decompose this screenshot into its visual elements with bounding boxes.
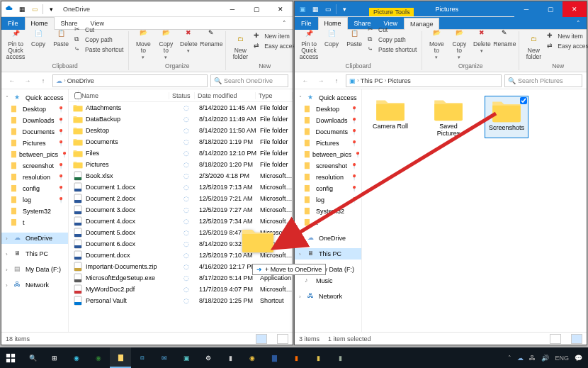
system-tray[interactable]: ˄ ☁ 🖧 🔊 ENG 💬 xyxy=(508,355,588,362)
nav-up[interactable]: ↑ xyxy=(37,74,50,87)
terminal-icon[interactable]: ▮ xyxy=(220,347,241,368)
easy-access-button[interactable]: ⇄Easy access xyxy=(251,41,300,51)
nav-music[interactable]: ♪Music xyxy=(295,275,361,286)
nav-back[interactable]: ← xyxy=(6,74,18,87)
nav-item-documents[interactable]: ▇Documents📍 xyxy=(1,126,68,138)
qat-newfolder-icon[interactable]: ▭ xyxy=(323,4,333,14)
mail-icon[interactable]: ✉ xyxy=(154,347,175,368)
rename-button[interactable]: ✎Rename xyxy=(200,25,222,49)
word-icon[interactable]: ▇ xyxy=(264,347,285,368)
tray-chevron-icon[interactable]: ˄ xyxy=(508,355,511,362)
nav-quick-access[interactable]: ˅★Quick access xyxy=(295,92,361,104)
qat-dropdown-icon[interactable]: ▾ xyxy=(46,4,56,14)
search-input[interactable]: 🔍 Search Pictures xyxy=(504,74,582,87)
nav-item-t[interactable]: ▇t xyxy=(295,217,361,228)
nav-item-desktop[interactable]: ▇Desktop📍 xyxy=(295,104,361,115)
copy-to-button[interactable]: 📂Copy to xyxy=(448,25,470,62)
rename-button[interactable]: ✎Rename xyxy=(493,25,516,49)
taskview-button[interactable]: ⊞ xyxy=(44,347,65,368)
nav-item-screenshot[interactable]: ▇screenshot📍 xyxy=(295,160,361,172)
item-checkbox[interactable] xyxy=(520,97,527,104)
qat-properties-icon[interactable]: ▦ xyxy=(17,4,27,14)
file-row[interactable]: Documents ◌ 8/18/2020 1:19 PM File folde… xyxy=(69,136,293,147)
file-row[interactable]: Document.docx ◌ 12/5/2019 7:10 AM Micros… xyxy=(69,250,293,261)
file-row[interactable]: Document 3.docx ◌ 12/5/2019 7:27 AM Micr… xyxy=(69,204,293,216)
new-folder-button[interactable]: 🗀New folder xyxy=(522,31,545,62)
file-row[interactable]: Document 1.docx ◌ 12/5/2019 7:13 AM Micr… xyxy=(69,182,293,193)
nav-item-resolution[interactable]: ▇resolution📍 xyxy=(1,172,68,183)
tab-view[interactable]: View xyxy=(84,17,111,30)
file-row[interactable]: Attachments ◌ 8/14/2020 11:45 AM File fo… xyxy=(69,102,293,113)
minimize-button[interactable]: ─ xyxy=(514,1,538,17)
new-folder-button[interactable]: 🗀New folder xyxy=(229,31,251,62)
copy-path-button[interactable]: ⧉Copy path xyxy=(366,35,419,45)
tray-volume-icon[interactable]: 🔊 xyxy=(541,355,549,362)
file-row[interactable]: Personal Vault ◌ 8/18/2020 1:25 PM Short… xyxy=(69,295,293,306)
file-explorer-icon[interactable]: ▇ xyxy=(110,347,131,368)
nav-item-log[interactable]: ▇log📍 xyxy=(295,194,361,206)
chrome-icon[interactable]: ◉ xyxy=(242,347,263,368)
nav-item-between_pics[interactable]: ▇between_pics📍 xyxy=(1,149,68,160)
view-icons-button[interactable] xyxy=(571,334,582,344)
file-row[interactable]: MyWordDoc2.pdf ◌ 11/7/2019 4:07 PM Micro… xyxy=(69,284,293,295)
file-row[interactable]: DataBackup ◌ 8/14/2020 11:49 AM File fol… xyxy=(69,113,293,125)
ribbon-collapse[interactable]: ˄ xyxy=(276,17,293,30)
nav-fwd[interactable]: → xyxy=(315,74,327,87)
tray-network-icon[interactable]: 🖧 xyxy=(529,355,536,362)
tab-share[interactable]: Share xyxy=(55,17,84,30)
maximize-button[interactable]: ▢ xyxy=(538,1,562,17)
tab-file[interactable]: File xyxy=(1,17,25,30)
paste-shortcut-button[interactable]: ⤷Paste shortcut xyxy=(72,45,125,55)
tray-onedrive-icon[interactable]: ☁ xyxy=(517,355,524,362)
nav-this-pc[interactable]: ›🖥This PC xyxy=(1,248,68,260)
nav-item-downloads[interactable]: ▇Downloads📍 xyxy=(295,115,361,126)
column-headers[interactable]: Name Status Date modified Type xyxy=(69,89,293,102)
nav-item-t[interactable]: ▇t xyxy=(1,217,68,228)
tab-file[interactable]: File xyxy=(295,17,318,30)
nav-item-pictures[interactable]: ▇Pictures📍 xyxy=(1,138,68,149)
tab-share[interactable]: Share xyxy=(348,17,378,30)
qat-dropdown-icon[interactable]: ▾ xyxy=(339,4,349,14)
tab-home[interactable]: Home xyxy=(25,17,55,30)
delete-button[interactable]: ✖Delete xyxy=(177,25,200,55)
qat-newfolder-icon[interactable]: ▭ xyxy=(30,4,40,14)
tab-home[interactable]: Home xyxy=(318,17,348,30)
nav-item-system32[interactable]: ▇System32 xyxy=(295,206,361,217)
new-item-button[interactable]: ✚New item xyxy=(545,31,588,41)
nav-mydata[interactable]: ›▤My Data (F:) xyxy=(1,264,68,275)
store-icon[interactable]: ⧈ xyxy=(132,347,153,368)
folder-item[interactable]: Saved Pictures xyxy=(427,96,470,138)
nav-fwd[interactable]: → xyxy=(21,74,34,87)
move-to-button[interactable]: 📂Move to xyxy=(425,25,448,62)
file-row[interactable]: Desktop ◌ 8/14/2020 11:50 AM File folder xyxy=(69,125,293,136)
app-icon[interactable]: ▮ xyxy=(329,347,351,368)
new-item-button[interactable]: ✚New item xyxy=(251,31,300,41)
copy-to-button[interactable]: 📂Copy to xyxy=(154,25,177,62)
vscode-icon[interactable]: ▮ xyxy=(285,347,307,368)
view-details-button[interactable] xyxy=(550,334,561,344)
nav-quick-access[interactable]: ˅★Quick access xyxy=(1,92,68,104)
nav-onedrive[interactable]: ›☁OneDrive xyxy=(295,233,361,244)
nav-network[interactable]: ›🖧Network xyxy=(1,279,68,291)
nav-item-downloads[interactable]: ▇Downloads📍 xyxy=(1,115,68,126)
nav-item-resolution[interactable]: ▇resolution📍 xyxy=(295,172,361,183)
nav-back[interactable]: ← xyxy=(299,74,312,87)
move-to-button[interactable]: 📂Move to xyxy=(132,25,154,62)
file-row[interactable]: Pictures ◌ 8/18/2020 1:20 PM File folder xyxy=(69,159,293,170)
file-row[interactable]: Document 5.docx ◌ 12/5/2019 8:47 AM Micr… xyxy=(69,227,293,238)
close-button[interactable]: ✕ xyxy=(268,1,293,17)
edge-dev-icon[interactable]: ◉ xyxy=(88,347,109,368)
tray-lang[interactable]: ENG xyxy=(555,355,569,362)
breadcrumb[interactable]: ▣ › This PC › Pictures xyxy=(346,74,502,87)
maximize-button[interactable]: ▢ xyxy=(244,1,268,17)
edge-icon[interactable]: ◉ xyxy=(66,347,87,368)
paint-icon[interactable]: ▮ xyxy=(307,347,329,368)
tab-manage[interactable]: Manage xyxy=(404,18,440,30)
pin-quick-access-button[interactable]: 📌Pin to Quick access xyxy=(4,25,27,62)
folder-item[interactable]: Screenshots xyxy=(485,96,528,138)
view-icons-button[interactable] xyxy=(277,334,288,344)
qat-properties-icon[interactable]: ▦ xyxy=(310,4,320,14)
nav-onedrive[interactable]: ›☁OneDrive xyxy=(1,233,68,244)
nav-item-system32[interactable]: ▇System32 xyxy=(1,206,68,217)
breadcrumb[interactable]: ☁ › OneDrive xyxy=(52,74,208,87)
